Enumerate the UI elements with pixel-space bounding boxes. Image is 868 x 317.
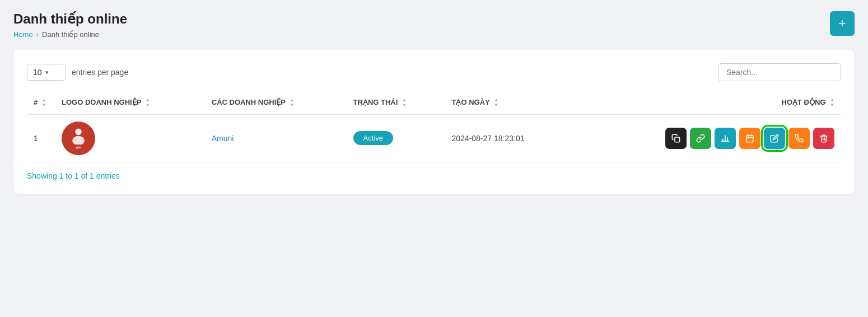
main-card: 10 ▾ entries per page # ▲▼ LOGO DOANH NG…: [13, 50, 855, 194]
chart-button[interactable]: [715, 128, 736, 149]
entries-select-wrapper: 10 ▾ entries per page: [27, 64, 128, 81]
table-row: 1 me: [27, 114, 841, 162]
search-input[interactable]: [718, 63, 841, 81]
svg-rect-5: [675, 137, 680, 142]
link-icon: [696, 134, 705, 143]
chevron-down-icon: ▾: [45, 69, 49, 76]
sort-icon-company: ▲▼: [290, 98, 294, 108]
entries-count-value: 10: [33, 68, 42, 77]
col-actions[interactable]: HOẠT ĐỘNG ▲▼: [572, 92, 841, 114]
entries-per-page-select[interactable]: 10 ▾: [27, 64, 66, 81]
col-number[interactable]: # ▲▼: [27, 92, 55, 114]
breadcrumb-separator: ›: [36, 30, 39, 39]
cell-company: Amuni: [205, 114, 347, 162]
sort-icon-logo: ▲▼: [146, 98, 150, 108]
page-title: Danh thiếp online: [13, 11, 855, 27]
company-name-link[interactable]: Amuni: [212, 134, 234, 143]
copy-icon: [671, 134, 680, 143]
created-date: 2024-08-27 18:23:01: [451, 134, 524, 143]
calendar-icon: [745, 134, 754, 143]
sort-icon-number: ▲▼: [42, 98, 46, 108]
breadcrumb-current: Danh thiếp online: [42, 30, 99, 39]
cell-number: 1: [27, 114, 55, 162]
delete-icon: [819, 134, 828, 143]
toolbar: 10 ▾ entries per page: [27, 63, 841, 81]
edit-icon: [770, 134, 779, 143]
svg-point-2: [72, 136, 85, 145]
sort-icon-created: ▲▼: [494, 98, 498, 108]
cell-actions: [572, 114, 841, 162]
add-button[interactable]: +: [830, 11, 855, 36]
svg-text:me: me: [76, 146, 81, 149]
sort-icon-status: ▲▼: [402, 98, 407, 108]
svg-rect-10: [746, 135, 753, 142]
breadcrumb: Home › Danh thiếp online: [13, 30, 855, 39]
svg-point-1: [75, 128, 82, 135]
cell-status: Active: [347, 114, 445, 162]
action-buttons-group: [578, 128, 834, 149]
showing-entries-text: Showing 1 to 1 of 1 entries: [27, 171, 841, 180]
link-button[interactable]: [690, 128, 711, 149]
cell-logo: me: [55, 114, 205, 162]
edit-button[interactable]: [764, 128, 785, 149]
col-status[interactable]: TRẠNG THÁI ▲▼: [347, 92, 445, 114]
chart-icon: [721, 134, 730, 143]
breadcrumb-home[interactable]: Home: [13, 30, 33, 39]
status-badge: Active: [353, 131, 393, 145]
cell-created: 2024-08-27 18:23:01: [445, 114, 572, 162]
table-header-row: # ▲▼ LOGO DOANH NGHIỆP ▲▼ CÁC DOANH NGHI…: [27, 92, 841, 114]
phone-button[interactable]: [788, 128, 810, 149]
sort-icon-actions: ▲▼: [830, 98, 834, 108]
data-table: # ▲▼ LOGO DOANH NGHIỆP ▲▼ CÁC DOANH NGHI…: [27, 92, 841, 162]
col-created[interactable]: TẠO NGÀY ▲▼: [445, 92, 572, 114]
col-company[interactable]: CÁC DOANH NGHIỆP ▲▼: [205, 92, 347, 114]
phone-icon: [795, 134, 804, 143]
calendar-button[interactable]: [739, 128, 760, 149]
col-logo[interactable]: LOGO DOANH NGHIỆP ▲▼: [55, 92, 205, 114]
copy-button[interactable]: [665, 128, 687, 149]
entries-label: entries per page: [72, 68, 128, 77]
delete-button[interactable]: [813, 128, 834, 149]
company-logo: me: [62, 122, 95, 155]
